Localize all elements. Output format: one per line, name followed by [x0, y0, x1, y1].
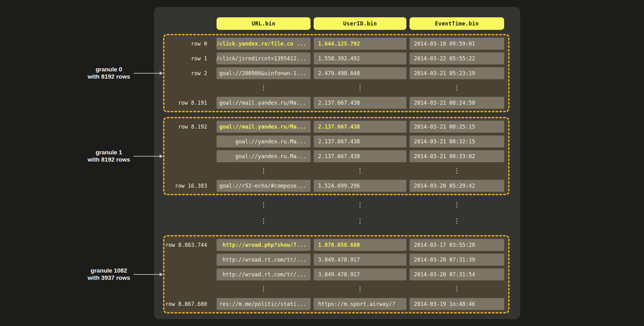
vertical-ellipsis-icon [263, 286, 264, 292]
cell-url: goal://mail.yandex.ru/Ma... [217, 97, 311, 109]
ellipsis-cell [217, 283, 311, 295]
granule-label: granule 1082with 3937 rows [72, 267, 163, 282]
granule-label: granule 0with 8192 rows [72, 66, 163, 81]
row-index-label: row 2 [164, 70, 213, 76]
granule-label-line1: granule 0 [88, 66, 130, 73]
vertical-ellipsis-icon [263, 218, 264, 224]
cell-userid: 2.137.667.438 [314, 135, 406, 147]
row-index-label: row 8.867.680 [164, 301, 213, 307]
vertical-ellipsis-icon [360, 286, 361, 292]
cell-url: goal://200986&uinfo=wn-1... [217, 67, 311, 79]
cell-eventtime: 2014-03-22 05:55:22 [410, 52, 504, 64]
vertical-ellipsis-icon [456, 202, 457, 207]
cell-url: goal://yandex.ru.Ma... [217, 150, 311, 162]
granule-box: row 0/click.yandex.ru/file.co ...1.644.1… [163, 34, 509, 112]
cell-eventtime: 2014-03-21 08:25:15 [410, 121, 504, 133]
cell-url: http://wroad.rt.com/tr/... [217, 268, 311, 280]
cell-userid: 3.849.478.917 [314, 268, 406, 280]
between-granules-ellipsis [163, 195, 509, 230]
table-row: row 0/click.yandex.ru/file.co ...1.644.1… [164, 36, 508, 51]
ellipsis-cell [314, 199, 406, 211]
cell-userid: https://m.sport.airway/? [314, 298, 406, 310]
cell-userid: 1.878.658.680 [314, 239, 406, 251]
vertical-ellipsis-icon [263, 168, 264, 174]
row-index-label: row 0 [164, 41, 213, 47]
ellipsis-cell [314, 215, 406, 227]
cell-eventtime: 2014-03-18 09:59:01 [410, 38, 504, 50]
granule-label: granule 1with 8192 rows [72, 149, 163, 164]
row-index-label: row 8.192 [164, 124, 213, 130]
table-row: row 2goal://200986&uinfo=wn-1...2.479.49… [164, 66, 508, 80]
granules-diagram: URL.bin UserID.bin EventTime.bin row 0/c… [0, 0, 644, 326]
ellipsis-row [164, 163, 508, 178]
ellipsis-cell [314, 283, 406, 295]
column-headers: URL.bin UserID.bin EventTime.bin [164, 17, 520, 30]
cell-eventtime: 2014-03-21 05:23:19 [410, 67, 504, 79]
cell-userid: 3.849.478.917 [314, 254, 406, 266]
cell-userid: 2.137.667.438 [314, 121, 406, 133]
table-row: row 8.192goal://mail.yandex.ru/Ma...2.13… [164, 119, 508, 134]
granule-label-line2: with 8192 rows [88, 73, 130, 80]
ellipsis-cell [410, 82, 504, 94]
vertical-ellipsis-icon [360, 218, 361, 224]
granule-boxes: row 0/click.yandex.ru/file.co ...1.644.1… [154, 34, 520, 313]
row-index-label: row 1 [164, 55, 213, 62]
row-index-label: row 8.191 [164, 100, 213, 106]
granule-label-text: granule 0with 8192 rows [88, 66, 130, 80]
arrow-right-icon [133, 154, 163, 158]
table-row: goal://yandex.ru.Ma...2.137.667.4382014-… [164, 149, 508, 163]
arrow-right-icon [133, 71, 163, 75]
granule-box: row 8.863.744http://wroad.php?show/7...1… [163, 235, 509, 313]
ellipsis-cell [217, 215, 311, 227]
vertical-ellipsis-icon [263, 85, 264, 91]
cell-url: goal://yandex.ru.Ma... [217, 135, 311, 147]
granule-label-line2: with 3937 rows [88, 274, 130, 281]
cell-eventtime: 2014-03-19 1o:48:46 [410, 298, 504, 310]
columns-panel: URL.bin UserID.bin EventTime.bin row 0/c… [154, 7, 520, 319]
table-row: row 1/click/jsredircnt=1395412...1.558.3… [164, 51, 508, 66]
cell-url: goal://mail.yandex.ru/Ma... [217, 121, 311, 133]
column-header-eventtime-bin: EventTime.bin [410, 17, 504, 30]
granule-label-line1: granule 1 [88, 149, 130, 156]
cell-eventtime: 2014-03-21 08:33:02 [410, 150, 504, 162]
table-row: row 16.383goal://r52-echo/#compose...1.5… [164, 178, 508, 193]
vertical-ellipsis-icon [360, 85, 361, 91]
cell-url: /click/jsredircnt=1395412... [217, 52, 311, 64]
ellipsis-row [164, 80, 508, 95]
ellipsis-cell [217, 165, 311, 177]
cell-url: res://m.me/politic/stati... [217, 298, 311, 310]
table-row: row 8.191goal://mail.yandex.ru/Ma...2.13… [164, 95, 508, 110]
vertical-ellipsis-icon [360, 168, 361, 174]
granule-box: row 8.192goal://mail.yandex.ru/Ma...2.13… [163, 117, 509, 195]
ellipsis-cell [217, 199, 311, 211]
ellipsis-row [164, 213, 508, 229]
vertical-ellipsis-icon [456, 85, 457, 91]
cell-userid: 1.524.699.296 [314, 180, 406, 192]
cell-userid: 2.137.667.438 [314, 150, 406, 162]
ellipsis-row [164, 196, 508, 213]
cell-eventtime: 2014-03-17 03:55:28 [410, 239, 504, 251]
ellipsis-cell [410, 199, 504, 211]
cell-eventtime: 2014-03-20 07:31:39 [410, 254, 504, 266]
table-row: row 8.863.744http://wroad.php?show/7...1… [164, 237, 508, 252]
table-row: row 8.867.680res://m.me/politic/stati...… [164, 296, 508, 311]
cell-userid: 2.479.498.648 [314, 67, 406, 79]
granule-label-line1: granule 1082 [88, 267, 130, 274]
column-header-url-bin: URL.bin [217, 17, 311, 30]
cell-eventtime: 2014-03-21 08:32:15 [410, 135, 504, 147]
vertical-ellipsis-icon [263, 202, 264, 207]
granule-label-line2: with 8192 rows [88, 156, 130, 163]
vertical-ellipsis-icon [456, 168, 457, 174]
row-index-label: row 8.863.744 [164, 242, 213, 248]
ellipsis-row [164, 282, 508, 296]
cell-url: goal://r52-echo/#compose... [217, 180, 311, 192]
table-row: goal://yandex.ru.Ma...2.137.667.4382014-… [164, 134, 508, 149]
cell-eventtime: 2014-03-20 05:29:42 [410, 180, 504, 192]
arrow-right-icon [133, 272, 163, 277]
ellipsis-cell [217, 82, 311, 94]
granule-label-text: granule 1082with 3937 rows [88, 267, 130, 281]
cell-userid: 2.137.667.438 [314, 97, 406, 109]
column-header-userid-bin: UserID.bin [314, 17, 406, 30]
granule-label-text: granule 1with 8192 rows [88, 149, 130, 163]
ellipsis-cell [314, 82, 406, 94]
